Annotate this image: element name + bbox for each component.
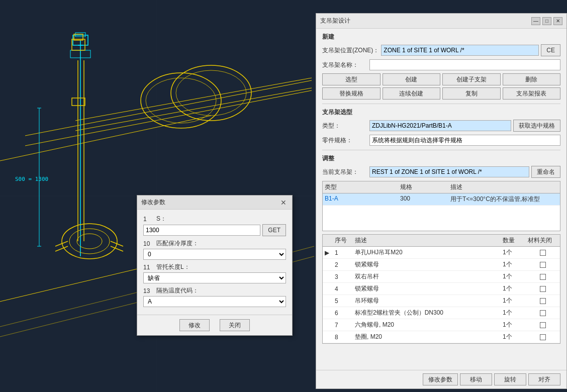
maximize-button[interactable]: □ (542, 17, 551, 25)
pd-num-5: 5 (335, 298, 355, 305)
param-select-13[interactable]: A (143, 296, 286, 307)
parts-row-3[interactable]: 3 双右吊杆 1个 (323, 271, 560, 283)
type-section-label: 支吊架选型 (322, 108, 560, 117)
name-label: 支吊架名称： (322, 61, 367, 69)
panel-title: 支吊架设计 (320, 17, 350, 25)
pd-check-7[interactable] (528, 322, 558, 328)
zone-row: 支吊架位置(ZONE)： CE (322, 44, 560, 56)
main-panel: 支吊架设计 — □ ✕ 新建 支吊架位置(ZONE)： CE 支吊架名称： 选型… (316, 13, 567, 389)
type-table-row[interactable]: B1-A 300 用于T<=300°C的不保温管,标准型 (323, 193, 560, 206)
spec-input[interactable] (369, 135, 560, 146)
spec-label: 零件规格： (322, 136, 367, 145)
close-button[interactable]: ✕ (553, 17, 562, 25)
pd-desc-3: 双右吊杆 (355, 272, 503, 281)
param-label-row-1: 1 S： (143, 215, 286, 223)
parts-row-4[interactable]: 4 锁紧螺母 1个 (323, 283, 560, 295)
param-label-row-13: 13 隔热温度代码： (143, 286, 286, 295)
modify-params-button[interactable]: 修改参数 (423, 373, 458, 385)
pd-qty-8: 1个 (503, 333, 528, 341)
minimize-button[interactable]: — (531, 17, 540, 25)
pd-qty-4: 1个 (503, 284, 528, 293)
param-name-11: 管托长度L： (156, 263, 190, 271)
dialog-body: 1 S： GET 10 匹配保冷厚度： 0 11 管托 (137, 210, 292, 315)
th-num: 序号 (335, 236, 355, 245)
dialog-close-button[interactable]: ✕ (279, 198, 288, 207)
pd-check-5[interactable] (528, 298, 558, 304)
type-input[interactable] (369, 120, 511, 131)
parts-row-6[interactable]: 6 标准型2螺柱管夹（公制）DN300 1个 (323, 307, 560, 319)
pd-desc-5: 吊环螺母 (355, 297, 503, 305)
report-button[interactable]: 支吊架报表 (503, 87, 561, 100)
param-num-11: 11 (143, 264, 153, 271)
pd-num-3: 3 (335, 273, 355, 280)
name-input[interactable] (369, 59, 560, 70)
move-button[interactable]: 移动 (460, 373, 492, 385)
create-buttons-row1: 选型 创建 创建子支架 删除 (322, 73, 560, 85)
copy-button[interactable]: 复制 (442, 87, 501, 100)
titlebar-buttons: — □ ✕ (531, 17, 562, 25)
type-row: 类型： 获取选中规格 (322, 120, 560, 132)
continuous-create-button[interactable]: 连续创建 (383, 87, 441, 100)
create-sub-button[interactable]: 创建子支架 (442, 73, 501, 85)
spec-row: 零件规格： (322, 135, 560, 146)
replace-spec-button[interactable]: 替换规格 (322, 87, 381, 100)
param-input-1[interactable] (143, 225, 260, 236)
parts-row-2[interactable]: 2 锁紧螺母 1个 (323, 259, 560, 271)
type-table: 类型 规格 描述 B1-A 300 用于T<=300°C的不保温管,标准型 (322, 181, 560, 231)
pd-check-3[interactable] (528, 274, 558, 280)
param-input-row-13: A (143, 296, 286, 307)
modify-confirm-button[interactable]: 修改 (179, 319, 210, 331)
rotate-button[interactable]: 旋转 (494, 373, 526, 385)
param-row-11: 11 管托长度L： 缺省 (143, 263, 286, 283)
zone-label: 支吊架位置(ZONE)： (322, 46, 379, 55)
td-spec: 300 (400, 195, 450, 204)
param-name-10: 匹配保冷厚度： (156, 239, 199, 248)
pd-check-1[interactable] (528, 250, 558, 256)
parts-row-7[interactable]: 7 六角螺母, M20 1个 (323, 319, 560, 331)
th-qty: 数量 (503, 236, 528, 245)
th-check (325, 236, 335, 245)
pd-check-4[interactable] (528, 286, 558, 292)
type-table-header: 类型 规格 描述 (323, 181, 560, 193)
current-row: 当前支吊架： 重命名 (322, 166, 560, 178)
rename-button[interactable]: 重命名 (531, 166, 560, 178)
th-desc: 描述 (450, 183, 558, 191)
dialog-title: 修改参数 (141, 198, 165, 207)
dim-label: S00 = 1300 (15, 176, 48, 182)
pd-num-6: 6 (335, 310, 355, 317)
th-closed: 材料关闭 (528, 236, 558, 245)
align-button[interactable]: 对齐 (528, 373, 560, 385)
param-name-1: S： (156, 215, 166, 223)
get-spec-button[interactable]: 获取选中规格 (513, 120, 560, 132)
param-row-13: 13 隔热温度代码： A (143, 286, 286, 307)
dialog-close-btn[interactable]: 关闭 (220, 319, 250, 331)
create-buttons-row2: 替换规格 连续创建 复制 支吊架报表 (322, 87, 560, 100)
param-select-11[interactable]: 缺省 (143, 272, 286, 283)
pd-check-2[interactable] (528, 262, 558, 268)
current-input[interactable] (369, 166, 529, 177)
pd-num-1: 1 (335, 249, 355, 256)
pd-desc-7: 六角螺母, M20 (355, 321, 503, 329)
get-button-1[interactable]: GET (262, 224, 286, 236)
current-label: 当前支吊架： (322, 168, 367, 176)
parts-row-8[interactable]: 8 垫圈, M20 1个 (323, 331, 560, 343)
th-spec: 规格 (400, 183, 450, 191)
pd-check-6[interactable] (528, 310, 558, 316)
pd-qty-7: 1个 (503, 321, 528, 329)
bottom-buttons: 修改参数 移动 旋转 对齐 (316, 370, 566, 388)
create-button[interactable]: 创建 (383, 73, 441, 85)
zone-input[interactable] (381, 45, 539, 56)
pd-arrow-1: ▶ (325, 249, 335, 256)
th-part-desc: 描述 (355, 236, 503, 245)
parts-row-5[interactable]: 5 吊环螺母 1个 (323, 295, 560, 307)
ce-button[interactable]: CE (541, 44, 560, 56)
delete-button[interactable]: 删除 (503, 73, 561, 85)
select-type-button[interactable]: 选型 (322, 73, 381, 85)
parts-table-header: 序号 描述 数量 材料关闭 (323, 235, 560, 247)
parts-row-1[interactable]: ▶ 1 单孔UHJ吊耳M20 1个 (323, 247, 560, 259)
param-input-row-11: 缺省 (143, 272, 286, 283)
param-num-10: 10 (143, 240, 153, 247)
pd-num-2: 2 (335, 261, 355, 268)
pd-check-8[interactable] (528, 334, 558, 340)
param-select-10[interactable]: 0 (143, 249, 286, 260)
